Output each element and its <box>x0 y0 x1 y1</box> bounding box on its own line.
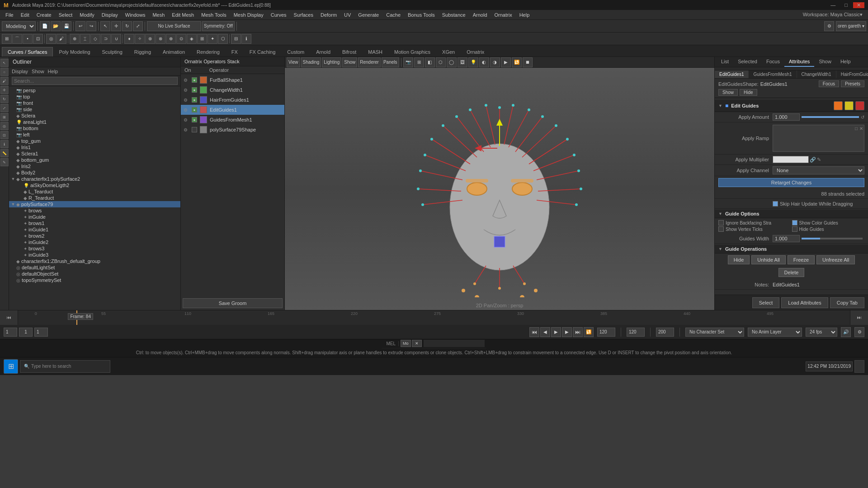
menu-help[interactable]: Help <box>516 11 533 19</box>
play-btn[interactable]: ▶ <box>551 327 561 337</box>
menu-edit-mesh[interactable]: Edit Mesh <box>168 11 198 19</box>
apply-multiplier-swatch[interactable] <box>773 156 809 163</box>
vp-play-btn[interactable]: ▶ <box>501 57 511 67</box>
tab-rendering[interactable]: Rendering <box>191 47 226 56</box>
next-frame-btn[interactable]: ▶ <box>562 327 572 337</box>
guides-width-input[interactable] <box>773 235 800 242</box>
vp-loop-btn[interactable]: 🔁 <box>512 57 522 67</box>
tab-arnold[interactable]: Arnold <box>310 47 336 56</box>
vp-view-btn[interactable]: View <box>287 57 300 67</box>
vp-shading1-btn[interactable]: ◧ <box>425 57 435 67</box>
ornatrix-on-2[interactable]: ● <box>192 97 197 103</box>
next-key-btn[interactable]: ⏭ <box>573 327 583 337</box>
sidebar-lasso-icon[interactable]: ○ <box>0 68 9 76</box>
ornatrix-on-1[interactable]: ● <box>192 87 197 93</box>
sidebar-scale-icon[interactable]: ⤢ <box>0 104 9 112</box>
swatch-red[interactable] <box>855 101 864 110</box>
mel-input[interactable] <box>424 340 485 347</box>
rotate-tool[interactable]: ↻ <box>122 21 132 31</box>
char-set-dropdown[interactable]: No Character Set <box>685 328 744 337</box>
vp-wire-btn[interactable]: ⬡ <box>436 57 446 67</box>
hide-guides-checkbox[interactable] <box>792 226 797 232</box>
ornatrix-t3[interactable]: ⊛ <box>145 34 155 44</box>
timeline-end-input[interactable] <box>627 328 645 337</box>
tab-fx-caching[interactable]: FX Caching <box>244 47 281 56</box>
sidebar-select-icon[interactable]: ↖ <box>0 59 9 67</box>
outliner-item-3[interactable]: 📷 side <box>9 106 180 113</box>
timeline-track[interactable]: 0 55 110 165 220 275 330 385 440 495 Fra… <box>18 310 850 325</box>
menu-curves[interactable]: Curves <box>267 11 290 19</box>
sidebar-measure-icon[interactable]: 📏 <box>0 149 9 157</box>
outliner-item-0[interactable]: 📷 persp <box>9 87 180 94</box>
multiplier-link-icon[interactable]: 🔗 <box>810 157 816 163</box>
vp-panels-btn[interactable]: Panels <box>382 57 399 67</box>
presets-btn[interactable]: Presets <box>841 80 864 87</box>
menu-deform[interactable]: Deform <box>317 11 340 19</box>
mode-dropdown[interactable]: Modeling <box>2 21 36 31</box>
menu-surfaces[interactable]: Surfaces <box>290 11 317 19</box>
outliner-item-4[interactable]: ◆ Sclera <box>9 113 180 119</box>
guide-hide-btn[interactable]: Hide <box>728 255 750 264</box>
undo-btn[interactable]: ↩ <box>75 21 85 31</box>
ornatrix-t5[interactable]: ⊕ <box>166 34 176 44</box>
ignore-backfacing-checkbox[interactable] <box>718 220 724 225</box>
menu-cache[interactable]: Cache <box>382 11 404 19</box>
outliner-show-btn[interactable]: Show <box>32 69 44 74</box>
playback-start[interactable] <box>34 328 48 337</box>
symmetry-btn[interactable]: Symmetry: Off <box>202 21 235 31</box>
right-tab-show[interactable]: Show <box>814 57 836 67</box>
show-btn[interactable]: Show <box>718 89 738 96</box>
outliner-item-12[interactable]: ◆ Iris2 <box>9 163 180 169</box>
outliner-item-11[interactable]: ◆ bottom_gum <box>9 157 180 163</box>
fps-dropdown[interactable]: 24 fps <box>806 328 837 337</box>
show-vertex-ticks-checkbox[interactable] <box>718 226 724 232</box>
outliner-item-25[interactable]: ✦ brows3 <box>9 245 180 252</box>
ornatrix-t1[interactable]: ♦ <box>124 34 134 44</box>
mel-mode-btn[interactable]: Mo <box>401 340 411 347</box>
close-btn[interactable]: ✕ <box>853 2 864 8</box>
save-groom-btn[interactable]: Save Groom <box>183 298 283 308</box>
apply-amount-input[interactable] <box>773 113 800 121</box>
apply-ramp-widget[interactable]: □ ✕ <box>773 125 864 152</box>
tab-custom[interactable]: Custom <box>281 47 310 56</box>
select-tool[interactable]: ↖ <box>100 21 110 31</box>
snap-grid-btn[interactable]: ⊞ <box>2 34 12 44</box>
tab-ornatrix[interactable]: Ornatrix <box>461 47 490 56</box>
outliner-help-btn[interactable]: Help <box>48 69 58 74</box>
menu-modify[interactable]: Modify <box>76 11 98 19</box>
right-tab-focus[interactable]: Focus <box>762 57 784 67</box>
sidebar-rotate-icon[interactable]: ↻ <box>0 95 9 103</box>
ornatrix-t9[interactable]: ✦ <box>208 34 217 44</box>
guides-width-slider[interactable] <box>802 238 863 239</box>
load-attrs-btn[interactable]: Load Attributes <box>781 297 828 308</box>
ornatrix-t10[interactable]: ⬡ <box>218 34 228 44</box>
outliner-item-30[interactable]: ◎ topoSymmetrySet <box>9 277 180 283</box>
tab-fx[interactable]: FX <box>226 47 244 56</box>
ornatrix-operator-3[interactable]: ⚙ ● EditGuides1 <box>181 105 284 115</box>
swatch-orange[interactable] <box>834 101 843 110</box>
workspace-label[interactable]: Workspace: Maya Classic▾ <box>803 12 866 18</box>
vp-light-btn[interactable]: 💡 <box>468 57 478 67</box>
vp-stop-btn[interactable]: ⏹ <box>523 57 533 67</box>
sidebar-info-icon[interactable]: ℹ <box>0 140 9 148</box>
outliner-item-19[interactable]: ✦ brows <box>9 207 180 214</box>
outliner-item-18[interactable]: ▼ ◆ polySurface79 <box>9 201 180 207</box>
guide-delete-btn[interactable]: Delete <box>778 268 805 277</box>
ornatrix-t4[interactable]: ⊗ <box>156 34 165 44</box>
ornatrix-operator-2[interactable]: ⚙ ● HairFromGuides1 <box>181 95 284 105</box>
extrude-btn[interactable]: ⊕ <box>70 34 80 44</box>
vp-camera-btn[interactable]: 📷 <box>403 57 413 67</box>
menu-file[interactable]: File <box>2 11 17 19</box>
snap-curve-btn[interactable]: ⌒ <box>12 34 22 44</box>
menu-mesh[interactable]: Mesh <box>149 11 168 19</box>
eg-tab-editguides[interactable]: EditGuides1 <box>715 70 749 78</box>
apply-channel-select[interactable]: None <box>773 166 864 174</box>
apply-amount-reset[interactable]: ↺ <box>861 115 864 120</box>
mel-close-btn[interactable]: ✕ <box>412 340 422 347</box>
move-tool[interactable]: ✛ <box>111 21 121 31</box>
bridge-btn[interactable]: ⌶ <box>80 34 90 44</box>
viewport-content[interactable]: 2D Pan/Zoom : persp <box>285 68 714 310</box>
channel-box-btn[interactable]: ℹ <box>241 34 251 44</box>
edit-guides-header[interactable]: ▼ ■ Edit Guides <box>715 100 868 112</box>
ornatrix-on-4[interactable]: ● <box>192 117 197 122</box>
